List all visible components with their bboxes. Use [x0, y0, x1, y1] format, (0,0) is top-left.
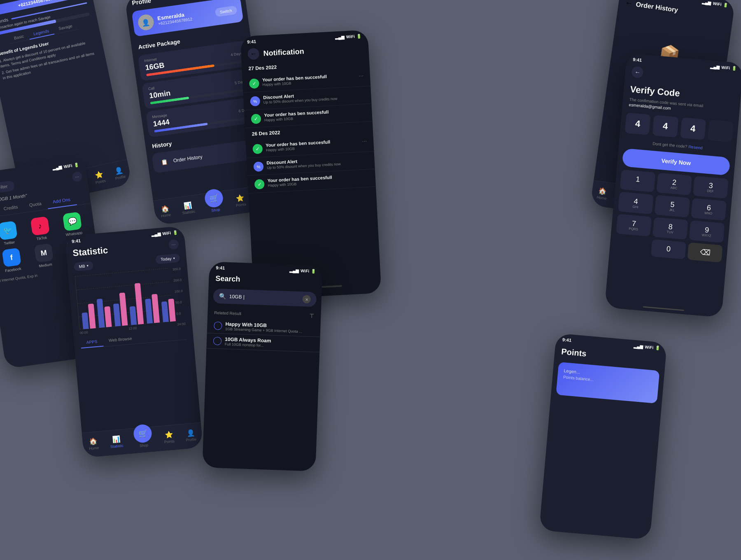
discount-icon-2: %	[253, 161, 263, 172]
phone-search: 9:41 ▂▄▆WiFi🔋 Search 🔍 10GB | ✕ Related …	[202, 261, 322, 471]
nav-points[interactable]: ⭐Points	[93, 170, 106, 185]
stat-time: 9:41	[72, 238, 81, 244]
search-time: 9:41	[216, 265, 225, 271]
key-delete[interactable]: ⌫	[687, 243, 722, 263]
period-selector[interactable]: Today▾	[155, 254, 180, 264]
search-icon: 🔍	[219, 293, 226, 300]
nav-shop-2[interactable]: 🛒Shop	[205, 194, 225, 213]
key-6[interactable]: 6MNO	[691, 198, 727, 221]
keypad: 1 2ABC 3DEF 4GHI 5JKL 6MNO 7PQRS 8TUV 9W…	[609, 169, 734, 263]
search-query[interactable]: 10GB |	[229, 294, 299, 302]
success-icon-3: ✓	[252, 144, 263, 154]
app-medium[interactable]: M Medium	[28, 243, 60, 269]
nav-home-2[interactable]: 🏠Home	[160, 204, 171, 218]
back-btn-notif[interactable]: ←	[247, 48, 259, 60]
nav-stat-s[interactable]: 📊Statistic	[110, 435, 124, 449]
clear-search-btn[interactable]: ✕	[302, 295, 311, 303]
order-history-title: Order History	[636, 0, 679, 14]
app-twitter[interactable]: 🐦 Twitter	[0, 220, 24, 247]
discount-icon-1: %	[250, 96, 260, 106]
filter-icon[interactable]: ⊤	[309, 313, 315, 319]
key-2[interactable]: 2ABC	[656, 173, 692, 195]
back-icon[interactable]: ←	[625, 0, 634, 8]
tab-quota[interactable]: Quota	[23, 197, 48, 212]
key-1[interactable]: 1	[620, 170, 656, 192]
nav-statistic-2[interactable]: 📊Statistic	[181, 201, 196, 215]
phone-points: 9:41 ▂▄▆WiFi🔋 Points Legen... Points bal…	[539, 333, 667, 540]
success-icon-4: ✓	[254, 179, 265, 189]
order-history-label: Order History	[173, 154, 203, 163]
key-8[interactable]: 8TUV	[652, 217, 688, 240]
nav-points-s[interactable]: ⭐Points	[163, 430, 175, 444]
nav-shop-s[interactable]: 🛒Shop	[134, 430, 153, 448]
search-bar[interactable]: 🔍 10GB | ✕	[213, 289, 317, 307]
code-1[interactable]: 4	[625, 112, 651, 135]
success-icon-2: ✓	[251, 114, 261, 124]
switch-btn[interactable]: Switch	[214, 5, 238, 17]
key-4[interactable]: 4GHI	[618, 192, 654, 215]
tab-credits[interactable]: Credits	[0, 200, 24, 216]
nav-bar-stat: 🏠Home 📊Statistic 🛒Shop ⭐Points 👤Profile	[82, 422, 203, 458]
back-btn-verify[interactable]: ←	[631, 66, 643, 78]
resend-link[interactable]: Resend	[688, 145, 703, 150]
key-0[interactable]: 0	[651, 239, 686, 259]
notif-title: Notification	[263, 47, 304, 58]
success-icon-1: ✓	[249, 78, 259, 89]
avatar: 👤	[137, 14, 155, 31]
points-time: 9:41	[562, 337, 572, 343]
nav-home-s[interactable]: 🏠Home	[88, 437, 99, 450]
phone-notification: 9:41 ▂▄▆WiFi🔋 ← Notification 27 Des 2022…	[240, 30, 381, 299]
key-5[interactable]: 5JKL	[655, 195, 690, 217]
history-title: History	[151, 140, 172, 149]
code-4[interactable]	[708, 120, 734, 142]
key-3[interactable]: 3DEF	[693, 176, 729, 198]
app-facebook[interactable]: f Facebook	[0, 247, 28, 274]
unit-selector[interactable]: MB▾	[74, 261, 94, 271]
filter-btn[interactable]: ⊤ Filter	[0, 180, 15, 194]
stat-title: Statistic	[72, 245, 109, 259]
key-9[interactable]: 9WXYZ	[689, 220, 725, 243]
related-label: Related Result	[214, 310, 241, 315]
nav-points-2[interactable]: ⭐Points	[234, 193, 246, 207]
verify-time: 9:41	[633, 57, 642, 63]
key-7[interactable]: 7PQRS	[616, 214, 652, 236]
profile-top-title: Profile	[131, 0, 151, 6]
code-2[interactable]: 4	[652, 115, 678, 138]
nav-home-oh[interactable]: 🏠Home	[597, 187, 608, 201]
more-btn[interactable]: ···	[72, 171, 83, 182]
app-tiktok[interactable]: ♪ TikTok	[25, 215, 56, 242]
code-3[interactable]: 4	[680, 117, 706, 140]
app-whatsapp[interactable]: 💬 Whatsapp	[57, 211, 88, 238]
nav-profile-s[interactable]: 👤Profile	[185, 428, 196, 442]
stat-more[interactable]: ···	[168, 239, 179, 250]
phone-verify: 9:41 ▂▄▆WiFi🔋 ← Verify Code The confimat…	[605, 53, 741, 317]
tab-apps[interactable]: APPS	[80, 336, 104, 349]
notif-time: 9:41	[247, 39, 256, 44]
phone-statistic: 9:41 ▂▄▆WiFi🔋 Statistic ··· MB▾ Today▾ 3…	[65, 226, 203, 457]
nav-profile[interactable]: 👤Profile	[113, 166, 126, 180]
